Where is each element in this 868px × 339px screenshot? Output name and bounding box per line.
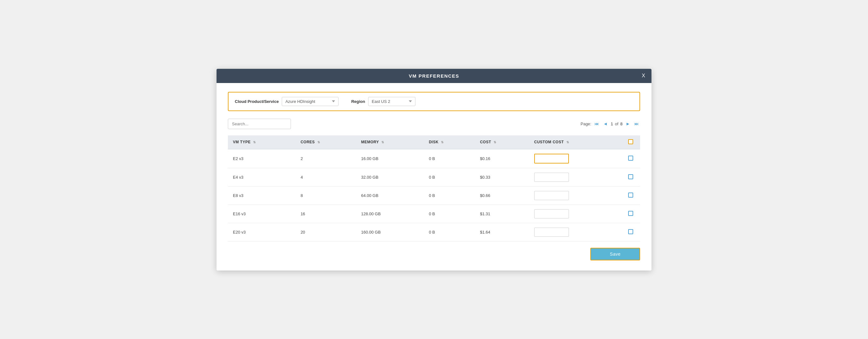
cell-vm-type: E20 v3 bbox=[228, 223, 296, 241]
cell-checkbox[interactable] bbox=[621, 204, 640, 223]
cell-memory: 16.00 GB bbox=[356, 149, 424, 168]
region-select[interactable]: East US 2East USWest USWest US 2Central … bbox=[368, 97, 415, 106]
table-header-row: VM TYPE ⇅ CORES ⇅ MEMORY ⇅ DISK bbox=[228, 135, 640, 149]
first-page-button[interactable]: ⏮ bbox=[593, 121, 600, 126]
cell-vm-type: E8 v3 bbox=[228, 186, 296, 204]
region-label: Region bbox=[351, 99, 365, 104]
cell-disk: 0 B bbox=[424, 186, 475, 204]
th-select-all[interactable] bbox=[621, 135, 640, 149]
cell-checkbox[interactable] bbox=[621, 149, 640, 168]
cost-sort-icon[interactable]: ⇅ bbox=[494, 140, 496, 144]
disk-sort-icon[interactable]: ⇅ bbox=[441, 140, 444, 144]
product-select[interactable]: Azure HDInsightAzure Virtual MachinesAzu… bbox=[282, 97, 339, 106]
vm-table-container: VM TYPE ⇅ CORES ⇅ MEMORY ⇅ DISK bbox=[228, 135, 640, 242]
vm-preferences-modal: VM PREFERENCES X Cloud Product/Service A… bbox=[217, 69, 651, 271]
cell-custom-cost bbox=[529, 149, 621, 168]
cores-sort-icon[interactable]: ⇅ bbox=[317, 140, 320, 144]
cell-cores: 8 bbox=[296, 186, 356, 204]
cell-custom-cost bbox=[529, 204, 621, 223]
next-page-button[interactable]: ► bbox=[624, 121, 631, 126]
last-page-button[interactable]: ⏭ bbox=[633, 121, 640, 126]
custom-cost-input[interactable] bbox=[534, 154, 569, 164]
cell-cost: $0.66 bbox=[475, 186, 529, 204]
th-vm-type: VM TYPE ⇅ bbox=[228, 135, 296, 149]
table-body: E2 v3216.00 GB0 B$0.16E4 v3432.00 GB0 B$… bbox=[228, 149, 640, 241]
row-checkbox[interactable] bbox=[628, 193, 633, 198]
cell-checkbox[interactable] bbox=[621, 186, 640, 204]
th-cost: COST ⇅ bbox=[475, 135, 529, 149]
table-row: E8 v3864.00 GB0 B$0.66 bbox=[228, 186, 640, 204]
cell-custom-cost bbox=[529, 223, 621, 241]
pagination-of: of bbox=[615, 121, 618, 126]
cell-cores: 4 bbox=[296, 168, 356, 186]
th-custom-cost: CUSTOM COST ⇅ bbox=[529, 135, 621, 149]
pagination-total: 8 bbox=[620, 121, 622, 126]
search-input[interactable] bbox=[228, 119, 291, 129]
modal-body: Cloud Product/Service Azure HDInsightAzu… bbox=[217, 83, 651, 271]
row-checkbox[interactable] bbox=[628, 211, 633, 216]
row-checkbox[interactable] bbox=[628, 174, 633, 179]
select-all-checkbox[interactable] bbox=[628, 139, 633, 144]
custom-cost-input[interactable] bbox=[534, 191, 569, 200]
custom-cost-sort-icon[interactable]: ⇅ bbox=[566, 140, 569, 144]
cell-memory: 32.00 GB bbox=[356, 168, 424, 186]
close-button[interactable]: X bbox=[642, 73, 645, 79]
product-label: Cloud Product/Service bbox=[235, 99, 279, 104]
cell-disk: 0 B bbox=[424, 168, 475, 186]
cell-vm-type: E2 v3 bbox=[228, 149, 296, 168]
custom-cost-input[interactable] bbox=[534, 209, 569, 219]
cell-custom-cost bbox=[529, 186, 621, 204]
cell-vm-type: E16 v3 bbox=[228, 204, 296, 223]
cell-cost: $1.31 bbox=[475, 204, 529, 223]
cell-cost: $1.64 bbox=[475, 223, 529, 241]
cell-memory: 160.00 GB bbox=[356, 223, 424, 241]
cell-disk: 0 B bbox=[424, 149, 475, 168]
region-filter-group: Region East US 2East USWest USWest US 2C… bbox=[351, 97, 415, 106]
th-cores: CORES ⇅ bbox=[296, 135, 356, 149]
cell-cost: $0.33 bbox=[475, 168, 529, 186]
footer-row: Save bbox=[228, 242, 640, 262]
memory-sort-icon[interactable]: ⇅ bbox=[381, 140, 384, 144]
th-memory: MEMORY ⇅ bbox=[356, 135, 424, 149]
vm-table: VM TYPE ⇅ CORES ⇅ MEMORY ⇅ DISK bbox=[228, 135, 640, 242]
cell-cores: 2 bbox=[296, 149, 356, 168]
filter-row: Cloud Product/Service Azure HDInsightAzu… bbox=[228, 92, 640, 111]
th-disk: DISK ⇅ bbox=[424, 135, 475, 149]
pagination-current: 1 bbox=[611, 121, 613, 126]
pagination-label: Page: bbox=[581, 121, 591, 126]
table-row: E16 v316128.00 GB0 B$1.31 bbox=[228, 204, 640, 223]
modal-title: VM PREFERENCES bbox=[409, 73, 459, 79]
toolbar-row: Page: ⏮ ◄ 1 of 8 ► ⏭ bbox=[228, 119, 640, 129]
cell-disk: 0 B bbox=[424, 223, 475, 241]
cell-disk: 0 B bbox=[424, 204, 475, 223]
cell-cores: 16 bbox=[296, 204, 356, 223]
cell-cost: $0.16 bbox=[475, 149, 529, 168]
row-checkbox[interactable] bbox=[628, 156, 633, 161]
pagination: Page: ⏮ ◄ 1 of 8 ► ⏭ bbox=[581, 121, 640, 126]
cell-checkbox[interactable] bbox=[621, 168, 640, 186]
cell-checkbox[interactable] bbox=[621, 223, 640, 241]
vm-type-sort-icon[interactable]: ⇅ bbox=[253, 140, 256, 144]
modal-header: VM PREFERENCES X bbox=[217, 69, 651, 83]
table-row: E20 v320160.00 GB0 B$1.64 bbox=[228, 223, 640, 241]
table-row: E2 v3216.00 GB0 B$0.16 bbox=[228, 149, 640, 168]
cell-custom-cost bbox=[529, 168, 621, 186]
product-filter-group: Cloud Product/Service Azure HDInsightAzu… bbox=[235, 97, 339, 106]
row-checkbox[interactable] bbox=[628, 229, 633, 234]
save-button[interactable]: Save bbox=[590, 248, 640, 260]
cell-vm-type: E4 v3 bbox=[228, 168, 296, 186]
cell-memory: 64.00 GB bbox=[356, 186, 424, 204]
cell-cores: 20 bbox=[296, 223, 356, 241]
prev-page-button[interactable]: ◄ bbox=[602, 121, 609, 126]
cell-memory: 128.00 GB bbox=[356, 204, 424, 223]
custom-cost-input[interactable] bbox=[534, 173, 569, 182]
custom-cost-input[interactable] bbox=[534, 228, 569, 237]
table-row: E4 v3432.00 GB0 B$0.33 bbox=[228, 168, 640, 186]
